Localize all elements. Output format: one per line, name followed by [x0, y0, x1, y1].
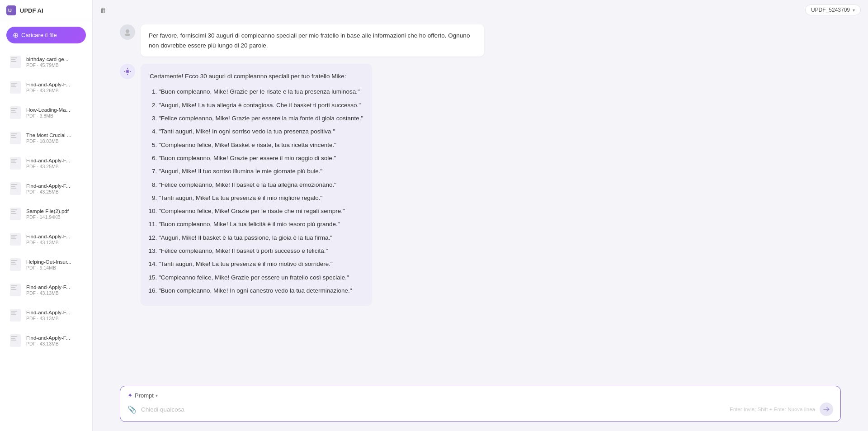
file-list-item[interactable]: Find-and-Apply-F... PDF · 43.13MB: [3, 303, 90, 327]
app-title: UPDF AI: [20, 7, 43, 14]
file-name: Find-and-Apply-F...: [26, 335, 70, 341]
ai-response-item: "Felice compleanno, Mike! Il basket ti p…: [159, 246, 363, 256]
file-meta: PDF · 43.13MB: [26, 290, 70, 296]
svg-rect-20: [11, 161, 15, 161]
plus-icon: ⊕: [13, 31, 19, 39]
file-list-item[interactable]: Find-and-Apply-F... PDF · 43.13MB: [3, 328, 90, 353]
file-meta: PDF · 43.13MB: [26, 341, 70, 346]
file-meta: PDF · 43.25MB: [26, 164, 70, 169]
prompt-label: Prompt: [135, 392, 154, 399]
file-icon: [9, 308, 22, 323]
send-button[interactable]: [820, 403, 833, 416]
svg-rect-13: [11, 112, 16, 113]
file-info: Helping-Out-Insur... PDF · 9.14MB: [26, 259, 71, 270]
svg-rect-4: [11, 59, 15, 60]
svg-rect-27: [11, 209, 17, 210]
ai-response-item: "Buon compleanno, Mike! La tua felicità …: [159, 219, 363, 230]
ai-response-item: "Auguri, Mike! La tua allegria è contagi…: [159, 100, 363, 111]
ai-response-item: "Buon compleanno, Mike! In ogni canestro…: [159, 285, 363, 296]
upload-button[interactable]: ⊕ Caricare il file: [6, 27, 86, 43]
prompt-chevron-icon: ▾: [156, 393, 158, 398]
ai-response-item: "Compleanno felice, Mike! Grazie per ess…: [159, 272, 363, 283]
svg-rect-8: [11, 85, 15, 85]
file-icon: [9, 54, 22, 70]
input-hint: Enter Invia; Shift + Enter Nuova linea: [730, 407, 815, 412]
svg-rect-23: [11, 184, 17, 185]
file-list-item[interactable]: Find-and-Apply-F... PDF · 43.25MB: [3, 176, 90, 201]
user-message-text: Per favore, forniscimi 30 auguri di comp…: [149, 32, 470, 49]
file-list-item[interactable]: birthday-card-ge... PDF · 45.79MB: [3, 50, 90, 74]
svg-rect-33: [11, 238, 16, 239]
svg-rect-45: [11, 314, 16, 315]
attach-icon[interactable]: 📎: [127, 405, 137, 414]
file-icon: [9, 232, 22, 247]
file-meta: PDF · 45.79MB: [26, 62, 68, 68]
file-name: Sample File(2).pdf: [26, 208, 69, 214]
svg-rect-17: [11, 137, 16, 138]
file-name: Find-and-Apply-F...: [26, 310, 70, 315]
file-info: Find-and-Apply-F... PDF · 43.13MB: [26, 234, 70, 245]
ai-response-item: "Compleanno felice, Mike! Basket e risat…: [159, 140, 363, 151]
user-message-bubble: Per favore, forniscimi 30 auguri di comp…: [141, 24, 484, 57]
svg-rect-5: [11, 61, 16, 62]
ai-response-item: "Tanti auguri, Mike! In ogni sorriso ved…: [159, 126, 363, 137]
svg-rect-47: [11, 336, 17, 337]
file-list-item[interactable]: Sample File(2).pdf PDF · 141.94KB: [3, 202, 90, 226]
svg-rect-36: [11, 262, 15, 263]
ai-intro-text: Certamente! Ecco 30 auguri di compleanno…: [150, 71, 363, 82]
svg-rect-39: [11, 285, 17, 286]
file-name: How-Leading-Ma...: [26, 107, 70, 113]
ai-response-list: "Buon compleanno, Mike! Grazie per le ri…: [150, 86, 363, 296]
svg-rect-49: [11, 340, 16, 341]
file-list-item[interactable]: The Most Crucial ... PDF · 18.03MB: [3, 126, 90, 150]
file-meta: PDF · 43.13MB: [26, 316, 70, 321]
user-badge[interactable]: UPDF_5243709 ▾: [805, 5, 861, 15]
ai-avatar: [120, 64, 135, 79]
svg-rect-48: [11, 338, 15, 339]
svg-rect-31: [11, 235, 17, 236]
file-list: birthday-card-ge... PDF · 45.79MB Find-a…: [0, 49, 92, 431]
ai-response-item: "Felice compleanno, Mike! Grazie per ess…: [159, 113, 363, 124]
prompt-badge[interactable]: ✦ Prompt ▾: [127, 392, 158, 399]
user-message: Per favore, forniscimi 30 auguri di comp…: [120, 24, 484, 57]
file-icon: [9, 80, 22, 95]
file-info: Find-and-Apply-F... PDF · 43.26MB: [26, 82, 70, 93]
svg-rect-43: [11, 311, 17, 312]
file-name: The Most Crucial ...: [26, 133, 71, 138]
file-meta: PDF · 43.26MB: [26, 88, 70, 93]
file-list-item[interactable]: Find-and-Apply-F... PDF · 43.13MB: [3, 278, 90, 302]
chat-area: Per favore, forniscimi 30 auguri di comp…: [93, 20, 868, 380]
file-name: Find-and-Apply-F...: [26, 284, 70, 290]
file-info: Find-and-Apply-F... PDF · 43.13MB: [26, 284, 70, 296]
file-meta: PDF · 43.13MB: [26, 240, 70, 245]
trash-icon[interactable]: 🗑: [100, 6, 107, 14]
svg-rect-12: [11, 110, 15, 111]
input-row: 📎 Enter Invia; Shift + Enter Nuova linea: [127, 403, 833, 416]
svg-rect-9: [11, 86, 16, 87]
ai-response-item: "Auguri, Mike! Il basket è la tua passio…: [159, 232, 363, 243]
file-meta: PDF · 43.25MB: [26, 189, 70, 194]
svg-rect-32: [11, 237, 15, 237]
file-name: Find-and-Apply-F...: [26, 183, 70, 189]
file-icon: [9, 130, 22, 146]
file-list-item[interactable]: Find-and-Apply-F... PDF · 43.25MB: [3, 151, 90, 175]
svg-rect-19: [11, 159, 17, 160]
file-name: Find-and-Apply-F...: [26, 158, 70, 163]
file-meta: PDF · 141.94KB: [26, 214, 69, 220]
file-name: Find-and-Apply-F...: [26, 234, 70, 239]
svg-rect-25: [11, 188, 16, 189]
ai-message-bubble: Certamente! Ecco 30 auguri di compleanno…: [141, 64, 372, 306]
file-list-item[interactable]: Find-and-Apply-F... PDF · 43.26MB: [3, 75, 90, 99]
ai-response-item: "Felice compleanno, Mike! Il basket e la…: [159, 180, 363, 190]
ai-message: Certamente! Ecco 30 auguri di compleanno…: [120, 64, 372, 306]
chat-input[interactable]: [141, 404, 725, 415]
file-icon: [9, 105, 22, 120]
svg-rect-37: [11, 264, 16, 265]
file-list-item[interactable]: How-Leading-Ma... PDF · 3.8MB: [3, 100, 90, 125]
file-meta: PDF · 18.03MB: [26, 138, 71, 144]
file-icon: [9, 282, 22, 298]
file-list-item[interactable]: Find-and-Apply-F... PDF · 43.13MB: [3, 227, 90, 251]
svg-rect-40: [11, 287, 15, 288]
file-info: How-Leading-Ma... PDF · 3.8MB: [26, 107, 70, 118]
file-list-item[interactable]: Helping-Out-Insur... PDF · 9.14MB: [3, 252, 90, 277]
